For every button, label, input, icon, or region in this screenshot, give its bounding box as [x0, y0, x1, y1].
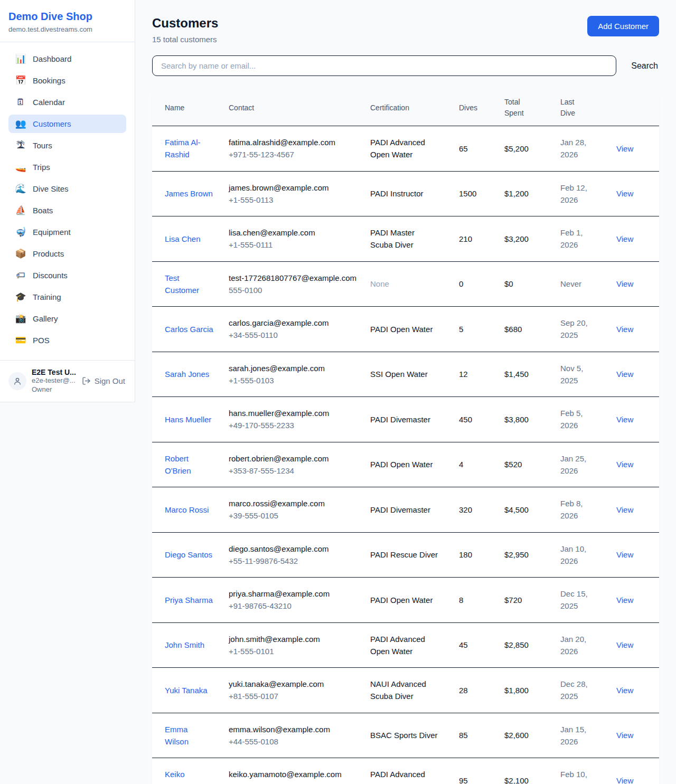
search-button[interactable]: Search: [630, 59, 659, 73]
customer-certification: BSAC Sports Diver: [370, 729, 439, 741]
customer-name-link[interactable]: Yuki Tanaka: [165, 684, 208, 696]
customer-last-dive: Jan 15, 2026: [560, 723, 593, 748]
customer-dives: 4: [459, 442, 504, 487]
customer-last-dive: Feb 5, 2026: [560, 407, 593, 432]
customer-email: emma.wilson@example.com: [229, 723, 362, 735]
nav-item-icon: 🏝: [15, 141, 26, 150]
customer-contact-cell: test-1772681807767@example.com 555-0100: [229, 261, 370, 307]
sidebar-nav-item[interactable]: ⛵ Boats: [8, 201, 126, 220]
nav-item-icon: 🚤: [15, 163, 26, 172]
add-customer-button[interactable]: Add Customer: [587, 16, 659, 36]
customer-name-link[interactable]: Priya Sharma: [165, 594, 213, 606]
customer-dives: 65: [459, 126, 504, 172]
view-customer-link[interactable]: View: [616, 415, 633, 424]
view-customer-link[interactable]: View: [616, 144, 633, 153]
sidebar-nav-item[interactable]: 🏝 Tours: [8, 136, 126, 155]
view-customer-link[interactable]: View: [616, 325, 633, 334]
customer-phone: +81-555-0107: [229, 690, 362, 702]
customer-name-link[interactable]: Sarah Jones: [165, 368, 209, 380]
customer-email: carlos.garcia@example.com: [229, 317, 362, 329]
view-customer-link[interactable]: View: [616, 776, 633, 784]
customer-dives: 180: [459, 532, 504, 578]
view-customer-link[interactable]: View: [616, 279, 633, 288]
customer-dives: 1500: [459, 171, 504, 216]
sidebar-nav-item[interactable]: 🏷 Discounts: [8, 266, 126, 285]
customer-last-dive: Sep 20, 2025: [560, 317, 593, 342]
customer-name-link[interactable]: Diego Santos: [165, 549, 212, 561]
customer-name-link[interactable]: Test Customer: [165, 272, 213, 297]
sign-out-button[interactable]: Sign Out: [82, 376, 126, 385]
view-customer-link[interactable]: View: [616, 596, 633, 604]
search-input[interactable]: [152, 55, 616, 76]
customer-last-dive: Jan 25, 2026: [560, 452, 593, 477]
customer-name-link[interactable]: Robert O'Brien: [165, 452, 213, 477]
nav-item-icon: 📦: [15, 249, 26, 258]
brand-domain: demo.test.divestreams.com: [8, 25, 126, 33]
nav-item-label: Training: [33, 292, 61, 301]
user-box: E2E Test U... e2e-tester@... Owner Sign …: [0, 360, 135, 402]
sidebar-nav: 📊 Dashboard 📅 Bookings 🗓 Calendar 👥 Cust…: [0, 42, 135, 360]
customer-contact-cell: keiko.yamamoto@example.com +81-90-1234-5…: [229, 758, 370, 784]
nav-item-icon: 📅: [15, 76, 26, 85]
customer-row: Robert O'Brien robert.obrien@example.com…: [152, 442, 659, 487]
view-customer-link[interactable]: View: [616, 505, 633, 514]
customer-certification: PADI Advanced Open Water: [370, 136, 439, 161]
nav-item-label: Bookings: [33, 76, 65, 85]
sidebar-nav-item[interactable]: 📊 Dashboard: [8, 50, 126, 68]
sidebar-nav-item[interactable]: 🌊 Dive Sites: [8, 180, 126, 198]
sidebar-nav-item[interactable]: 🎓 Training: [8, 288, 126, 306]
sidebar-nav-item[interactable]: 📦 Products: [8, 244, 126, 263]
customer-total-spent: $5,200: [504, 126, 560, 172]
sidebar-nav-item[interactable]: 📸 Gallery: [8, 309, 126, 328]
customer-name-link[interactable]: Keiko Yamamoto: [165, 768, 213, 784]
nav-item-label: Equipment: [33, 228, 71, 237]
customer-dives: 210: [459, 216, 504, 262]
sidebar: Demo Dive Shop demo.test.divestreams.com…: [0, 0, 135, 402]
customer-total-spent: $2,950: [504, 532, 560, 578]
customer-last-dive: Never: [560, 278, 593, 290]
customer-dives: 95: [459, 758, 504, 784]
customer-name-link[interactable]: Marco Rossi: [165, 504, 209, 516]
customer-name-link[interactable]: James Brown: [165, 187, 213, 200]
customer-certification: PADI Advanced Open Water: [370, 768, 439, 784]
customer-name-link[interactable]: Emma Wilson: [165, 723, 213, 748]
customer-row: Yuki Tanaka yuki.tanaka@example.com +81-…: [152, 668, 659, 713]
column-header-certification: Certification: [370, 90, 459, 126]
sidebar-nav-item[interactable]: 🗓 Calendar: [8, 93, 126, 111]
table-header: Name Contact Certification Dives Total S…: [152, 90, 659, 126]
customer-name-link[interactable]: Lisa Chen: [165, 233, 201, 245]
nav-item-label: POS: [33, 336, 50, 345]
customer-dives: 450: [459, 397, 504, 442]
view-customer-link[interactable]: View: [616, 686, 633, 695]
view-customer-link[interactable]: View: [616, 550, 633, 559]
nav-item-icon: 🏷: [15, 271, 26, 280]
customer-phone: +1-555-0113: [229, 194, 362, 206]
view-customer-link[interactable]: View: [616, 234, 633, 243]
sidebar-nav-item[interactable]: 🚤 Trips: [8, 158, 126, 176]
brand[interactable]: Demo Dive Shop demo.test.divestreams.com: [0, 0, 135, 42]
view-customer-link[interactable]: View: [616, 460, 633, 469]
customer-name-link[interactable]: Fatima Al-Rashid: [165, 136, 213, 161]
sidebar-nav-item[interactable]: 🤿 Equipment: [8, 223, 126, 241]
customer-row: Hans Mueller hans.mueller@example.com +4…: [152, 397, 659, 442]
nav-item-icon: 👥: [15, 119, 26, 128]
sidebar-nav-item[interactable]: 👥 Customers: [8, 115, 126, 133]
view-customer-link[interactable]: View: [616, 370, 633, 379]
nav-item-icon: 💳: [15, 336, 26, 345]
customer-contact-cell: marco.rossi@example.com +39-555-0105: [229, 487, 370, 533]
customer-certification: PADI Divemaster: [370, 504, 439, 516]
nav-item-label: Products: [33, 249, 64, 258]
sidebar-nav-item[interactable]: 📅 Bookings: [8, 71, 126, 90]
customer-last-dive: Feb 10, 2026: [560, 768, 593, 784]
customer-name-link[interactable]: Hans Mueller: [165, 413, 211, 426]
view-customer-link[interactable]: View: [616, 640, 633, 649]
customer-total-spent: $680: [504, 307, 560, 352]
customer-name-link[interactable]: Carlos Garcia: [165, 323, 213, 335]
sidebar-nav-item[interactable]: 💳 POS: [8, 331, 126, 350]
view-customer-link[interactable]: View: [616, 189, 633, 198]
view-customer-link[interactable]: View: [616, 731, 633, 740]
customer-phone: +34-555-0110: [229, 329, 362, 341]
customer-name-link[interactable]: John Smith: [165, 639, 204, 651]
nav-item-icon: 🤿: [15, 228, 26, 237]
customer-certification: PADI Divemaster: [370, 413, 439, 426]
